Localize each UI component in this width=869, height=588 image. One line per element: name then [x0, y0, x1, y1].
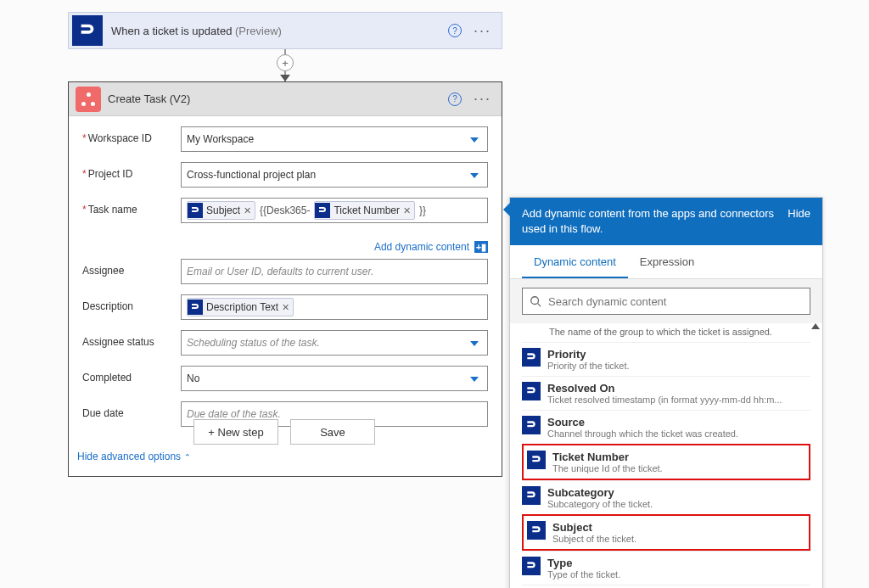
- dynamic-item-desc: Ticket resolved timestamp (in format yyy…: [547, 395, 785, 405]
- assignee-status-label: Assignee status: [82, 330, 181, 348]
- token-ticket-number[interactable]: Ticket Number✕: [314, 201, 415, 220]
- dynamic-content-panel: Add dynamic content from the apps and co…: [509, 197, 823, 588]
- desk365-icon: [522, 382, 541, 400]
- dynamic-panel-header: Add dynamic content from the apps and co…: [510, 198, 822, 245]
- action-header[interactable]: Create Task (V2) ? ···: [69, 82, 502, 116]
- workspace-label: Workspace ID: [82, 126, 181, 144]
- taskname-input[interactable]: Subject✕ {{Desk365- Ticket Number✕ }}: [181, 198, 488, 223]
- dynamic-search[interactable]: [522, 288, 810, 315]
- dynamic-item-title: Subject: [552, 521, 805, 534]
- hide-advanced-link[interactable]: Hide advanced options⌄: [69, 442, 502, 476]
- dynamic-item-desc: The unique Id of the ticket.: [552, 463, 790, 473]
- token-description[interactable]: Description Text✕: [187, 298, 294, 316]
- desk365-icon: [522, 416, 541, 434]
- insert-step-button[interactable]: +: [277, 54, 294, 71]
- dynamic-item[interactable]: Subcategory Subcategory of the ticket.: [522, 480, 810, 514]
- trigger-title: When a ticket is updated (Preview): [106, 25, 448, 37]
- desk365-icon: [527, 451, 546, 469]
- dynamic-item-desc: Subcategory of the ticket.: [547, 499, 785, 509]
- dynamic-items-list[interactable]: The name of the group to which the ticke…: [510, 323, 822, 588]
- remove-token-icon[interactable]: ✕: [282, 302, 289, 313]
- assignee-input[interactable]: Email or User ID, defaults to current us…: [181, 259, 488, 284]
- desk365-icon: [522, 486, 541, 505]
- new-step-button[interactable]: + New step: [193, 419, 278, 445]
- action-card: Create Task (V2) ? ··· Workspace ID My W…: [68, 81, 502, 477]
- dynamic-item[interactable]: Type Type of the ticket.: [522, 551, 810, 585]
- dynamic-item-desc: Subject of the ticket.: [552, 534, 790, 544]
- dynamic-item[interactable]: Priority Priority of the ticket.: [522, 342, 810, 376]
- hide-panel-button[interactable]: Hide: [788, 206, 810, 221]
- dynamic-item-title: Priority: [547, 348, 810, 361]
- desk365-icon: [527, 521, 546, 540]
- dynamic-item-cutoff: The name of the group to which the ticke…: [522, 323, 810, 342]
- action-title: Create Task (V2): [108, 92, 448, 105]
- description-label: Description: [82, 294, 181, 312]
- desk365-icon: [72, 15, 103, 46]
- project-select[interactable]: Cross-functional project plan: [181, 162, 488, 188]
- dynamic-item-desc: Channel through which the ticket was cre…: [547, 428, 785, 439]
- more-icon[interactable]: ···: [474, 90, 491, 108]
- svg-line-1: [538, 304, 541, 307]
- dynamic-item-title: Type: [547, 557, 810, 569]
- dynamic-item-title: Source: [547, 416, 810, 428]
- dynamic-item[interactable]: Resolved On Ticket resolved timestamp (i…: [522, 376, 810, 410]
- dynamic-search-input[interactable]: [548, 295, 803, 308]
- help-icon[interactable]: ?: [448, 92, 462, 106]
- completed-label: Completed: [82, 366, 181, 384]
- remove-token-icon[interactable]: ✕: [244, 205, 251, 216]
- dynamic-item[interactable]: Updated On Ticket updated timestamp (in …: [522, 585, 810, 588]
- dynamic-item[interactable]: Source Channel through which the ticket …: [522, 410, 810, 444]
- arrow-down-icon: [280, 75, 290, 81]
- dynamic-item-desc: Type of the ticket.: [547, 569, 785, 580]
- assignee-status-select[interactable]: Scheduling status of the task.: [181, 330, 488, 356]
- tab-expression[interactable]: Expression: [628, 245, 706, 278]
- assignee-label: Assignee: [82, 259, 181, 277]
- remove-token-icon[interactable]: ✕: [403, 205, 411, 216]
- dynamic-item[interactable]: Ticket Number The unique Id of the ticke…: [522, 444, 810, 480]
- footer-buttons: + New step Save: [193, 419, 375, 445]
- scroll-up-icon[interactable]: [811, 323, 820, 329]
- duedate-label: Due date: [82, 401, 181, 419]
- description-input[interactable]: Description Text✕: [181, 294, 488, 320]
- dynamic-item[interactable]: Subject Subject of the ticket.: [522, 514, 810, 551]
- more-icon[interactable]: ···: [474, 22, 491, 40]
- add-dynamic-content-link[interactable]: Add dynamic content+▮: [374, 241, 488, 253]
- dynamic-item-title: Subcategory: [547, 486, 810, 499]
- plus-icon: +▮: [474, 241, 488, 253]
- save-button[interactable]: Save: [290, 419, 375, 445]
- trigger-card[interactable]: When a ticket is updated (Preview) ? ···: [68, 12, 502, 49]
- dynamic-tabs: Dynamic content Expression: [510, 245, 822, 279]
- dynamic-item-desc: Priority of the ticket.: [547, 361, 785, 371]
- asana-icon: [76, 87, 101, 112]
- desk365-icon: [522, 348, 541, 367]
- token-subject[interactable]: Subject✕: [187, 201, 255, 220]
- completed-select[interactable]: No: [181, 366, 488, 391]
- tab-dynamic-content[interactable]: Dynamic content: [522, 245, 628, 278]
- desk365-icon: [522, 557, 541, 575]
- search-icon: [530, 295, 541, 307]
- dynamic-item-title: Ticket Number: [552, 451, 805, 463]
- project-label: Project ID: [82, 162, 181, 180]
- svg-point-0: [531, 297, 539, 305]
- workspace-select[interactable]: My Workspace: [181, 126, 488, 152]
- dynamic-item-title: Resolved On: [547, 382, 810, 395]
- chevron-up-icon: ⌄: [184, 452, 191, 462]
- taskname-label: Task name: [82, 198, 181, 216]
- help-icon[interactable]: ?: [448, 24, 462, 37]
